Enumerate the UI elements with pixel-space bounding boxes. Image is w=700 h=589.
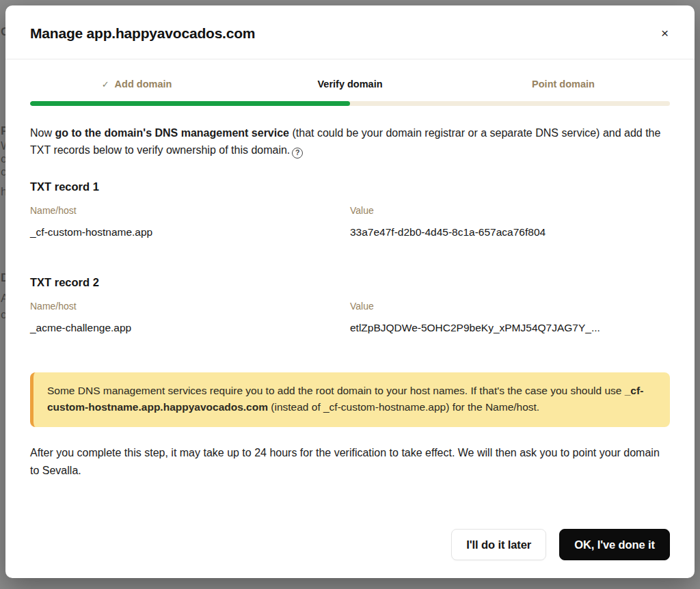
txt-record-2: TXT record 2 Name/host Value _acme-chall… [30, 276, 670, 334]
name-host-label: Name/host [30, 301, 350, 312]
value-label: Value [350, 205, 670, 216]
modal-header: Manage app.happyavocados.com × [5, 5, 695, 59]
modal-content: Now go to the domain's DNS management se… [5, 106, 695, 517]
txt-record-1: TXT record 1 Name/host Value _cf-custom-… [30, 180, 670, 238]
record-value-value: etlZpBJQDWe-5OHC2P9beKy_xPMJ54Q7JAG7Y_..… [350, 322, 670, 334]
dns-warning-callout: Some DNS management services require you… [30, 372, 670, 428]
modal-footer: I'll do it later OK, I've done it [5, 517, 695, 578]
do-it-later-button[interactable]: I'll do it later [451, 529, 546, 560]
warning-text-1: Some DNS management services require you… [47, 385, 625, 396]
after-note: After you complete this step, it may tak… [30, 444, 670, 479]
intro-prefix: Now [30, 127, 55, 139]
intro-text: Now go to the domain's DNS management se… [30, 124, 670, 159]
after-note-text: After you complete this step, it may tak… [30, 447, 660, 476]
stepper: ✓ Add domain Verify domain Point domain [5, 59, 695, 98]
warning-text-2: (instead of _cf-custom-hostname.app) for… [268, 401, 539, 413]
name-host-label: Name/host [30, 205, 350, 216]
ok-done-button[interactable]: OK, I've done it [559, 529, 670, 560]
record-name-value: _acme-challenge.app [30, 322, 350, 334]
modal-title: Manage app.happyavocados.com [30, 25, 255, 42]
step-label: Point domain [532, 79, 595, 90]
intro-bold: go to the domain's DNS management servic… [55, 127, 289, 139]
progress-bar-fill [30, 101, 350, 106]
check-icon: ✓ [102, 79, 109, 90]
step-label: Add domain [115, 79, 172, 90]
record-value-value: 33a7e47f-d2b0-4d45-8c1a-657aca76f804 [350, 226, 670, 238]
step-point-domain: Point domain [457, 79, 670, 90]
sevalla-link[interactable]: Sevalla [42, 465, 78, 476]
record-title: TXT record 2 [30, 276, 670, 289]
record-title: TXT record 1 [30, 180, 670, 193]
manage-domain-modal: Manage app.happyavocados.com × ✓ Add dom… [5, 5, 695, 578]
step-label: Verify domain [317, 79, 382, 90]
record-name-value: _cf-custom-hostname.app [30, 226, 350, 238]
after-note-period: . [78, 465, 81, 476]
help-icon[interactable]: ? [292, 148, 303, 159]
close-icon[interactable]: × [658, 24, 671, 42]
step-add-domain: ✓ Add domain [30, 79, 243, 90]
record-grid: Name/host Value _cf-custom-hostname.app … [30, 205, 670, 238]
value-label: Value [350, 301, 670, 312]
record-grid: Name/host Value _acme-challenge.app etlZ… [30, 301, 670, 334]
step-verify-domain: Verify domain [243, 79, 457, 90]
progress-bar [30, 101, 670, 106]
